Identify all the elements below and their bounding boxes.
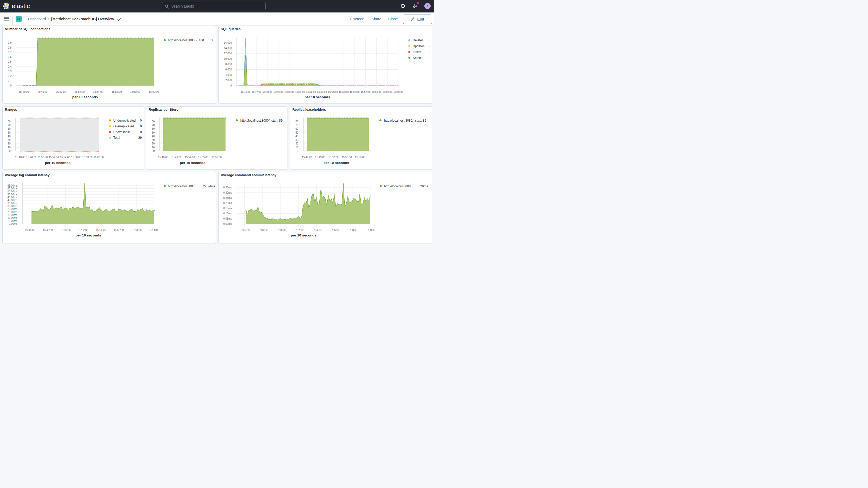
- svg-text:15:56:00: 15:56:00: [71, 156, 81, 159]
- svg-text:0: 0: [428, 56, 430, 60]
- svg-text:per 10 seconds: per 10 seconds: [323, 161, 349, 165]
- svg-text:0.30ms: 0.30ms: [223, 191, 232, 194]
- svg-text:70: 70: [7, 124, 11, 126]
- svg-text:55.00ms: 55.00ms: [7, 190, 18, 193]
- svg-text:2,000: 2,000: [225, 79, 232, 82]
- svg-text:15:50:00: 15:50:00: [61, 229, 71, 232]
- svg-text:15:55:00: 15:55:00: [342, 156, 352, 159]
- svg-text:http://localhost:808...: http://localhost:808...: [168, 184, 197, 188]
- svg-text:0.25ms: 0.25ms: [223, 196, 232, 199]
- svg-text:60: 60: [152, 127, 155, 130]
- svg-text:15:57:00: 15:57:00: [361, 90, 371, 93]
- svg-text:16,000: 16,000: [224, 41, 232, 44]
- svg-text:0: 0: [230, 84, 232, 87]
- svg-text:6,000: 6,000: [225, 68, 232, 71]
- svg-text:0: 0: [153, 150, 155, 153]
- svg-text:0.20ms: 0.20ms: [223, 202, 232, 205]
- svg-text:0: 0: [140, 130, 142, 134]
- svg-text:70: 70: [296, 124, 299, 126]
- svg-text:40: 40: [152, 135, 155, 138]
- svg-text:10,000: 10,000: [224, 57, 232, 60]
- svg-text:15:54:00: 15:54:00: [328, 90, 338, 93]
- svg-text:80: 80: [7, 120, 11, 123]
- svg-text:15:46:00: 15:46:00: [19, 90, 29, 93]
- svg-text:10: 10: [296, 146, 299, 149]
- svg-text:0: 0: [9, 150, 11, 153]
- svg-text:0: 0: [428, 50, 430, 54]
- svg-text:50: 50: [296, 131, 299, 134]
- svg-text:15:48:00: 15:48:00: [262, 90, 272, 93]
- svg-text:15:46:00: 15:46:00: [241, 90, 250, 93]
- svg-text:15:56:00: 15:56:00: [350, 90, 360, 93]
- svg-text:89: 89: [423, 119, 427, 122]
- svg-text:0.15ms: 0.15ms: [223, 207, 232, 210]
- svg-text:Underreplicated: Underreplicated: [113, 119, 136, 122]
- svg-text:per 10 seconds: per 10 seconds: [45, 161, 70, 165]
- svg-text:15:52:00: 15:52:00: [49, 156, 59, 159]
- svg-text:22.74ms: 22.74ms: [203, 184, 215, 188]
- svg-text:0: 0: [297, 150, 298, 153]
- svg-text:25.00ms: 25.00ms: [7, 208, 18, 211]
- svg-text:60.00ms: 60.00ms: [7, 187, 18, 190]
- svg-text:35.00ms: 35.00ms: [7, 202, 18, 205]
- svg-text:15:52:00: 15:52:00: [306, 90, 316, 93]
- svg-text:Selects: Selects: [413, 56, 423, 60]
- svg-text:0.1: 0.1: [8, 80, 12, 82]
- svg-text:30: 30: [296, 139, 299, 141]
- svg-text:40: 40: [296, 135, 299, 138]
- svg-text:15:50:00: 15:50:00: [37, 156, 48, 159]
- svg-text:14,000: 14,000: [224, 47, 232, 50]
- svg-text:50.00ms: 50.00ms: [7, 193, 18, 196]
- svg-text:50: 50: [152, 131, 155, 134]
- svg-text:15:48:00: 15:48:00: [37, 90, 48, 93]
- svg-text:15:54:00: 15:54:00: [93, 90, 103, 93]
- svg-text:Deletes: Deletes: [413, 38, 423, 42]
- svg-text:10: 10: [7, 146, 11, 149]
- svg-text:0.5: 0.5: [8, 60, 12, 63]
- svg-text:0.26ms: 0.26ms: [417, 184, 428, 188]
- svg-text:15:50:00: 15:50:00: [56, 90, 66, 93]
- svg-text:15:49:00: 15:49:00: [171, 156, 181, 159]
- svg-text:40.00ms: 40.00ms: [7, 199, 18, 202]
- svg-text:1: 1: [211, 38, 213, 42]
- svg-text:8,000: 8,000: [225, 63, 232, 66]
- svg-text:80: 80: [152, 120, 155, 123]
- svg-text:http://localhost:8080...: http://localhost:8080...: [384, 184, 415, 188]
- svg-text:0.9: 0.9: [8, 41, 12, 44]
- svg-text:30.00ms: 30.00ms: [7, 205, 18, 208]
- svg-text:15:54:00: 15:54:00: [311, 229, 321, 232]
- svg-text:0.4: 0.4: [8, 65, 12, 68]
- svg-text:89: 89: [138, 136, 142, 140]
- svg-text:0: 0: [428, 38, 430, 42]
- svg-text:89: 89: [279, 119, 283, 122]
- svg-text:15:51:00: 15:51:00: [295, 90, 305, 93]
- svg-text:20: 20: [296, 142, 299, 145]
- svg-text:15:48:00: 15:48:00: [42, 229, 53, 232]
- svg-text:15:46:00: 15:46:00: [302, 156, 312, 159]
- svg-text:http://localhost:8080/_sta...: http://localhost:8080/_sta...: [384, 119, 422, 122]
- svg-text:0.7: 0.7: [8, 51, 12, 54]
- svg-text:15:56:00: 15:56:00: [112, 90, 122, 93]
- svg-text:Inserts: Inserts: [413, 50, 422, 54]
- svg-text:15:58:00: 15:58:00: [82, 156, 93, 159]
- svg-text:15:55:00: 15:55:00: [339, 90, 349, 93]
- svg-text:15:52:00: 15:52:00: [74, 90, 85, 93]
- svg-text:60: 60: [7, 127, 11, 130]
- svg-text:15:50:00: 15:50:00: [284, 90, 294, 93]
- svg-text:15:58:00: 15:58:00: [212, 156, 222, 159]
- svg-text:0: 0: [10, 84, 12, 87]
- svg-text:15:58:00: 15:58:00: [372, 90, 381, 93]
- svg-text:40: 40: [7, 135, 11, 138]
- svg-text:20.00ms: 20.00ms: [7, 211, 18, 214]
- svg-text:16:00:00: 16:00:00: [365, 229, 375, 232]
- svg-text:15:54:00: 15:54:00: [96, 229, 106, 232]
- svg-text:0.6: 0.6: [8, 56, 12, 58]
- svg-text:45.00ms: 45.00ms: [7, 196, 18, 199]
- svg-text:0.00ms: 0.00ms: [9, 222, 18, 225]
- svg-text:15:58:00: 15:58:00: [131, 229, 142, 232]
- svg-text:Unavailable: Unavailable: [113, 130, 130, 134]
- svg-text:0: 0: [140, 119, 142, 122]
- svg-text:15:54:00: 15:54:00: [60, 156, 70, 159]
- svg-text:15:49:00: 15:49:00: [315, 156, 326, 159]
- svg-text:15:46:00: 15:46:00: [158, 156, 168, 159]
